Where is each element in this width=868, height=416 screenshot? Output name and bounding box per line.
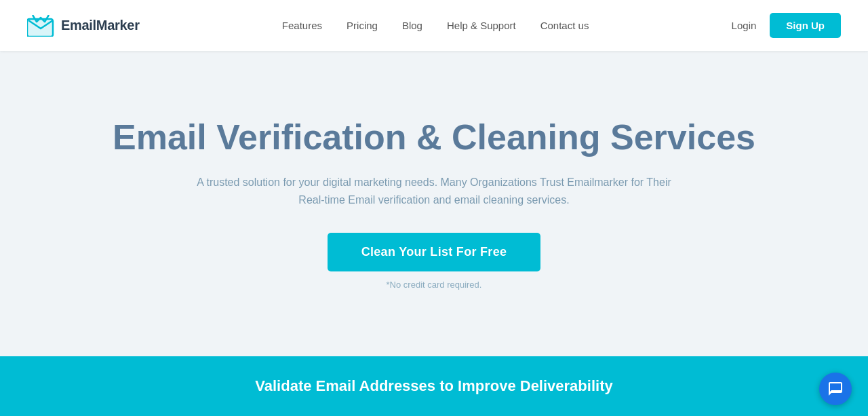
no-credit-card-text: *No credit card required. bbox=[387, 280, 482, 290]
nav-blog[interactable]: Blog bbox=[402, 20, 422, 31]
hero-subtitle: A trusted solution for your digital mark… bbox=[197, 174, 671, 208]
cta-button[interactable]: Clean Your List For Free bbox=[328, 233, 541, 271]
chat-icon bbox=[827, 381, 844, 397]
header: EmailMarker Features Pricing Blog Help &… bbox=[0, 0, 868, 51]
hero-section: Email Verification & Cleaning Services A… bbox=[0, 51, 868, 356]
bottom-banner-text: Validate Email Addresses to Improve Deli… bbox=[255, 377, 612, 395]
login-link[interactable]: Login bbox=[732, 20, 757, 31]
logo-text: EmailMarker bbox=[61, 18, 140, 33]
logo-icon bbox=[27, 15, 54, 37]
nav-features[interactable]: Features bbox=[282, 20, 322, 31]
bottom-banner: Validate Email Addresses to Improve Deli… bbox=[0, 356, 868, 416]
chat-widget[interactable] bbox=[819, 373, 852, 405]
nav-help[interactable]: Help & Support bbox=[447, 20, 516, 31]
hero-title: Email Verification & Cleaning Services bbox=[113, 117, 755, 158]
logo[interactable]: EmailMarker bbox=[27, 15, 140, 37]
nav-pricing[interactable]: Pricing bbox=[347, 20, 378, 31]
main-nav: Features Pricing Blog Help & Support Con… bbox=[282, 20, 589, 31]
nav-actions: Login Sign Up bbox=[732, 13, 841, 38]
signup-button[interactable]: Sign Up bbox=[770, 13, 841, 38]
nav-contact[interactable]: Contact us bbox=[540, 20, 589, 31]
